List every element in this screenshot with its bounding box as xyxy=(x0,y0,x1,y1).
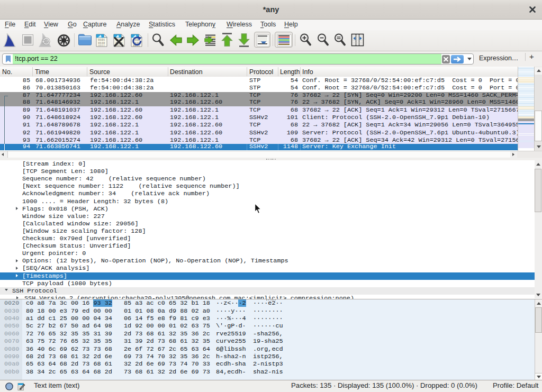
svg-text:0011: 0011 xyxy=(98,44,105,47)
